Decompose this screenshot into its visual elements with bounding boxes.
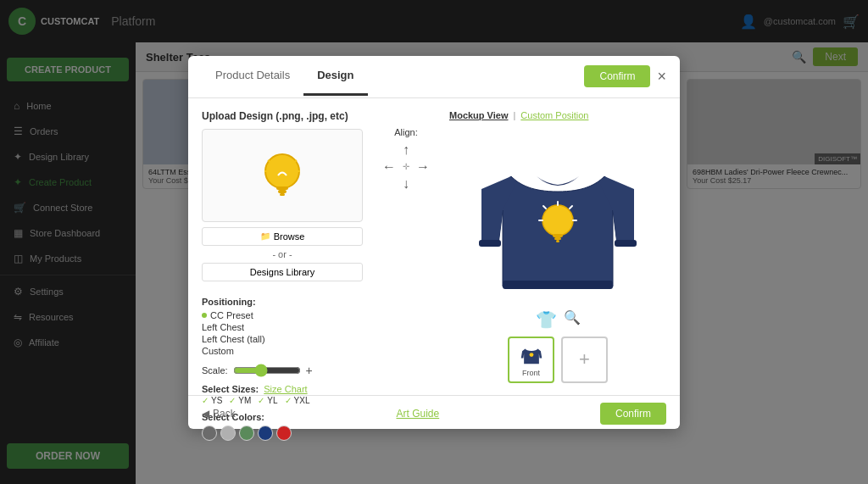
pos-option-label: Left Chest [202,322,244,332]
svg-point-12 [542,205,573,236]
color-swatch-red[interactable] [276,426,292,441]
browse-icon: 📁 [260,231,270,241]
size-yl[interactable]: ✓ YL [258,396,277,405]
color-swatch-green[interactable] [239,426,254,441]
svg-rect-14 [554,237,561,240]
svg-rect-15 [556,240,559,242]
tab-product-details[interactable]: Product Details [202,57,303,96]
color-swatch-gray[interactable] [220,426,236,441]
tab-design[interactable]: Design [303,57,367,96]
svg-rect-10 [615,240,637,247]
sweatshirt-container [465,134,651,299]
color-swatch-dark[interactable] [202,426,217,441]
lightbulb-design-icon [253,146,312,205]
modal-close-button[interactable]: × [657,68,666,86]
upload-box[interactable] [202,129,363,222]
pos-option-label: CC Preset [210,310,253,320]
sizes-row: ✓ YS ✓ YM ✓ YL [202,396,363,405]
app-background: C CUSTOMCAT Platform 👤 @customcat.com 🛒 … [0,0,868,484]
back-label: Back [213,408,236,420]
svg-point-0 [265,154,299,188]
browse-button[interactable]: 📁 Browse [202,227,363,246]
modal-left-panel: Upload Design (.png, .jpg, etc) [202,110,363,383]
thumb-sweatshirt-icon [519,342,544,367]
sizes-label: Select Sizes: [202,384,259,394]
align-center-icon: ✛ [403,162,409,171]
pos-custom[interactable]: Custom [202,345,363,357]
front-label: Front [522,369,540,377]
browse-label: Browse [274,231,305,242]
svg-rect-1 [276,186,288,190]
scale-slider[interactable] [233,364,301,377]
checkmark-icon: ✓ [229,396,236,405]
sizes-section: Select Sizes: Size Chart ✓ YS ✓ YM [202,384,363,405]
svg-rect-13 [553,234,563,237]
pos-left-chest-tall[interactable]: Left Chest (tall) [202,333,363,345]
align-label: Align: [382,127,430,137]
align-right-icon[interactable]: → [416,159,430,175]
front-thumbnail[interactable]: Front [508,337,554,383]
scale-section: Scale: + [202,364,363,377]
add-thumbnail-button[interactable]: + [561,337,608,383]
size-label: YM [238,396,251,405]
pos-left-chest[interactable]: Left Chest [202,321,363,333]
modal-right-panel: Mockup View | Custom Position [449,110,666,383]
custom-position-link[interactable]: Custom Position [520,110,588,120]
scale-plus-icon: + [306,364,313,377]
svg-rect-9 [479,240,501,247]
pos-option-label: Custom [202,346,234,356]
designs-library-button[interactable]: Designs Library [202,263,363,281]
plus-icon: + [579,348,590,370]
svg-rect-3 [280,193,285,196]
back-arrow-icon: ◀ [202,408,209,420]
align-controls: ↑ ← ✛ → ↓ [382,142,430,192]
align-down-icon[interactable]: ↓ [403,176,409,192]
checkmark-icon: ✓ [202,396,209,405]
scale-label: Scale: [202,365,228,376]
zoom-icon[interactable]: 🔍 [564,309,581,330]
thumbnail-row: Front + [508,337,608,383]
size-yxl[interactable]: ✓ YXL [285,396,310,405]
pos-dot [202,313,207,318]
modal-body: Upload Design (.png, .jpg, etc) [188,98,680,395]
svg-rect-2 [278,190,287,193]
checkmark-icon: ✓ [258,396,264,405]
color-swatch-blue[interactable] [258,426,273,441]
mockup-view-link[interactable]: Mockup View [449,110,508,120]
size-label: YL [267,396,277,405]
view-icons: 👕 🔍 [536,309,581,330]
modal-header: Product Details Design Confirm × [188,56,680,98]
pos-cc-preset[interactable]: CC Preset [202,309,363,321]
sweatshirt-svg [465,134,651,299]
back-button[interactable]: ◀ Back [202,408,236,420]
mockup-header: Mockup View | Custom Position [449,110,666,120]
size-ym[interactable]: ✓ YM [229,396,251,405]
size-ys[interactable]: ✓ YS [202,396,222,405]
align-section: Align: ↑ ← ✛ → ↓ [382,127,430,192]
confirm-footer-button[interactable]: Confirm [600,403,666,425]
art-guide-link[interactable]: Art Guide [396,408,439,420]
colors-row [202,426,363,441]
positioning-label: Positioning: [202,297,363,307]
svg-point-21 [529,353,533,357]
size-label: YS [211,396,222,405]
pos-option-label: Left Chest (tall) [202,334,265,344]
tshirt-view-icon[interactable]: 👕 [536,309,557,330]
size-chart-link[interactable]: Size Chart [264,384,307,394]
align-up-icon[interactable]: ↑ [403,142,409,158]
modal-overlay: Product Details Design Confirm × Upload … [0,0,868,484]
mockup-image [449,127,666,306]
middle-panel: Align: ↑ ← ✛ → ↓ [376,110,436,383]
align-left-icon[interactable]: ← [382,159,396,175]
design-modal: Product Details Design Confirm × Upload … [188,56,680,429]
modal-confirm-button[interactable]: Confirm [584,65,650,87]
size-label: YXL [294,396,310,405]
positioning-section: Positioning: CC Preset Left Chest Left C… [202,297,363,357]
svg-rect-11 [503,281,613,289]
or-text: - or - [202,249,363,259]
checkmark-icon: ✓ [285,396,292,405]
pipe-divider: | [513,110,515,120]
upload-title: Upload Design (.png, .jpg, etc) [202,110,363,122]
